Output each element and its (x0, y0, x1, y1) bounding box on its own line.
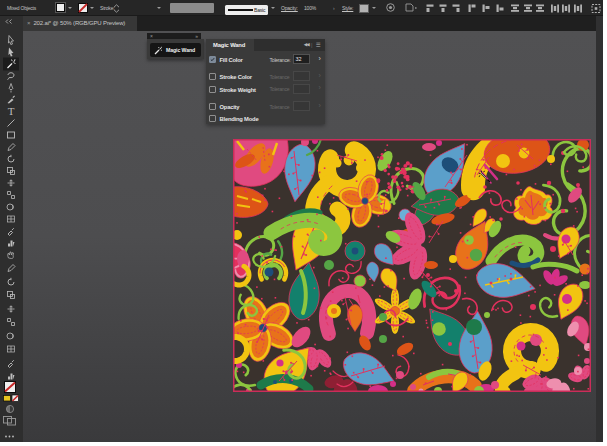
svg-text:T: T (8, 105, 15, 117)
